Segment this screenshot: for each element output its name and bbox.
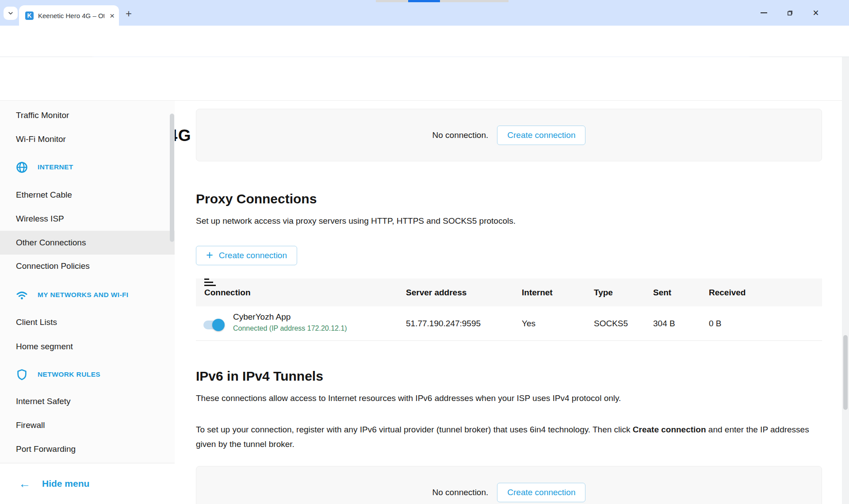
keenetic-favicon-icon: K (25, 11, 34, 20)
wifi-icon (16, 289, 28, 301)
column-server-address: Server address (406, 279, 467, 306)
arrow-left-icon: ← (19, 478, 31, 490)
sidebar-item-other-connections[interactable]: Other Connections (0, 231, 175, 255)
window-minimize-button[interactable] (757, 6, 771, 20)
sidebar-item-traffic-monitor[interactable]: Traffic Monitor (0, 103, 175, 127)
sidebar-item-connection-policies[interactable]: Connection Policies (0, 254, 175, 278)
cell-sent: 304 B (653, 306, 675, 341)
cell-server-address: 51.77.190.247:9595 (406, 306, 481, 341)
no-connection-text: No connection. (432, 488, 489, 497)
sidebar-item-ethernet-cable[interactable]: Ethernet Cable (0, 183, 175, 207)
cell-type: SOCKS5 (594, 306, 628, 341)
column-received: Received (709, 279, 746, 306)
globe-icon (16, 161, 28, 173)
toggle-knob (212, 319, 225, 331)
tab-title: Keenetic Hero 4G – Other Conn (38, 12, 104, 19)
sidebar-item-firewall[interactable]: Firewall (0, 413, 175, 437)
sidebar-section-label: MY NETWORKS AND WI-FI (38, 291, 129, 299)
browser-tab[interactable]: K Keenetic Hero 4G – Other Conn × (19, 5, 119, 26)
sidebar-scrollbar[interactable] (170, 114, 174, 242)
table-row-cyberyozh: CyberYozh App Connected (IP address 172.… (196, 306, 822, 341)
proxy-connections-description: Set up network access via proxy servers … (196, 216, 516, 226)
sidebar-section-network-rules[interactable]: NETWORK RULES (0, 363, 175, 386)
sidebar-section-label: INTERNET (38, 163, 73, 171)
hide-menu-button[interactable]: ← Hide menu (0, 463, 175, 504)
sort-icon[interactable] (204, 279, 216, 306)
column-sent: Sent (653, 279, 671, 306)
sidebar-item-internet-safety[interactable]: Internet Safety (0, 389, 175, 413)
connection-toggle[interactable] (203, 321, 224, 329)
restore-icon (786, 9, 794, 17)
plus-icon: + (206, 249, 213, 261)
no-connection-box-bottom: No connection. Create connection (196, 466, 822, 504)
no-connection-box-top: No connection. Create connection (196, 109, 822, 161)
ipv6-p2-before: To set up your connection, register with… (196, 425, 633, 434)
chevron-down-icon (7, 9, 15, 17)
sidebar: Traffic Monitor Wi-Fi Monitor INTERNET E… (0, 101, 175, 504)
sidebar-item-wifi-monitor[interactable]: Wi-Fi Monitor (0, 127, 175, 151)
sidebar-item-home-segment[interactable]: Home segment (0, 335, 175, 359)
proxy-table-header: Connection Server address Internet Type … (196, 279, 822, 306)
new-tab-button[interactable]: + (122, 7, 135, 20)
ipv6-title: IPv6 in IPv4 Tunnels (196, 369, 323, 384)
window-close-button[interactable]: × (809, 6, 823, 20)
column-type: Type (594, 279, 613, 306)
site-header: KEENETICHERO 4G (0, 57, 849, 101)
create-connection-button-top[interactable]: Create connection (497, 126, 585, 145)
cell-internet: Yes (522, 306, 535, 341)
screen: K Keenetic Hero 4G – Other Conn × + × ← … (0, 0, 849, 504)
sidebar-section-label: NETWORK RULES (38, 370, 100, 378)
browser-tab-strip: K Keenetic Hero 4G – Other Conn × + × (0, 0, 849, 26)
sidebar-item-client-lists[interactable]: Client Lists (0, 310, 175, 334)
sidebar-section-my-networks[interactable]: MY NETWORKS AND WI-FI (0, 283, 175, 307)
top-progress-bar (408, 0, 440, 2)
page-scrollbar[interactable] (842, 57, 849, 504)
ipv6-paragraph-1: These connections allow access to Intern… (196, 393, 621, 403)
page-scrollbar-thumb[interactable] (843, 335, 848, 410)
browser-toolbar: ← → Not secure 192.168.12.1/otherConnect… (0, 26, 849, 57)
hide-menu-label: Hide menu (42, 478, 89, 489)
proxy-connections-title: Proxy Connections (196, 191, 317, 206)
connection-status: Connected (IP address 172.20.12.1) (233, 325, 347, 332)
create-proxy-connection-button[interactable]: + Create connection (196, 246, 297, 265)
sidebar-item-wireless-isp[interactable]: Wireless ISP (0, 207, 175, 231)
ipv6-p2-bold: Create connection (633, 425, 706, 434)
ipv6-paragraph-2: To set up your connection, register with… (196, 422, 822, 451)
sidebar-item-port-forwarding[interactable]: Port Forwarding (0, 437, 175, 461)
create-connection-label: Create connection (219, 251, 287, 260)
tab-search-button[interactable] (4, 7, 18, 20)
tab-close-icon[interactable]: × (110, 11, 115, 20)
top-strip (376, 0, 509, 2)
minimize-icon (761, 12, 767, 13)
cell-received: 0 B (709, 306, 722, 341)
connection-name[interactable]: CyberYozh App (233, 312, 291, 322)
shield-icon (16, 369, 28, 381)
window-restore-button[interactable] (783, 6, 797, 20)
sidebar-section-internet[interactable]: INTERNET (0, 155, 175, 179)
column-internet: Internet (522, 279, 553, 306)
no-connection-text: No connection. (432, 130, 489, 140)
create-connection-button-bottom[interactable]: Create connection (497, 483, 585, 502)
